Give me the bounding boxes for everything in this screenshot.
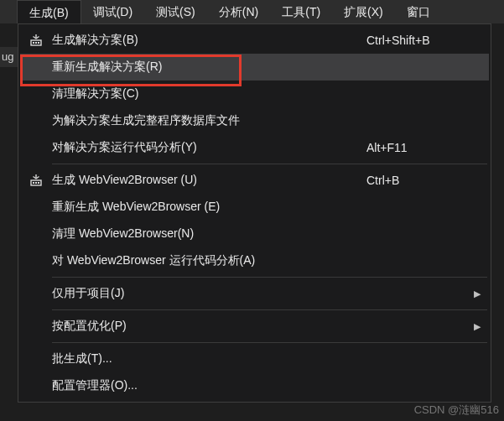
- menu-separator: [52, 342, 487, 343]
- menu-item-8[interactable]: 清理 WebView2Browser(N): [20, 221, 489, 247]
- menu-item-4[interactable]: 对解决方案运行代码分析(Y)Alt+F11: [20, 134, 489, 161]
- menubar-item-3[interactable]: 分析(N): [207, 0, 270, 23]
- svg-rect-2: [35, 42, 37, 44]
- menu-item-label: 生成 WebView2Browser (U): [49, 173, 366, 188]
- watermark-text: CSDN @涟幽516: [414, 403, 499, 418]
- menu-item-label: 配置管理器(O)...: [49, 378, 366, 393]
- left-fragment-text: ug: [0, 47, 18, 67]
- menubar: 生成(B)调试(D)测试(S)分析(N)工具(T)扩展(X)窗口: [0, 0, 504, 23]
- menu-item-1[interactable]: 重新生成解决方案(R): [20, 54, 489, 81]
- build-icon: [23, 174, 49, 187]
- menu-separator: [52, 309, 487, 310]
- svg-rect-3: [38, 42, 39, 44]
- menu-item-label: 重新生成 WebView2Browser (E): [49, 200, 366, 215]
- menu-item-16[interactable]: 配置管理器(O)...: [20, 372, 489, 399]
- svg-rect-7: [38, 182, 39, 184]
- build-menu-dropdown: 生成解决方案(B)Ctrl+Shift+B重新生成解决方案(R)清理解决方案(C…: [18, 23, 491, 403]
- menu-item-label: 清理解决方案(C): [49, 86, 366, 101]
- menu-item-label: 对解决方案运行代码分析(Y): [49, 140, 366, 155]
- menu-item-label: 批生成(T)...: [49, 351, 366, 366]
- menu-item-9[interactable]: 对 WebView2Browser 运行代码分析(A): [20, 247, 489, 274]
- menu-item-label: 清理 WebView2Browser(N): [49, 226, 366, 242]
- menu-item-label: 对 WebView2Browser 运行代码分析(A): [49, 253, 366, 268]
- menu-item-label: 按配置优化(P): [49, 319, 366, 334]
- menu-item-0[interactable]: 生成解决方案(B)Ctrl+Shift+B: [20, 27, 489, 54]
- menu-item-shortcut: Ctrl+B: [366, 174, 467, 187]
- menu-item-3[interactable]: 为解决方案生成完整程序数据库文件: [20, 107, 489, 134]
- menu-item-15[interactable]: 批生成(T)...: [20, 346, 489, 372]
- build-icon: [23, 34, 49, 47]
- menubar-item-5[interactable]: 扩展(X): [332, 0, 395, 23]
- svg-rect-5: [33, 182, 34, 184]
- submenu-arrow-icon: ▶: [467, 288, 481, 299]
- menu-separator: [52, 277, 487, 278]
- menu-separator: [52, 164, 487, 164]
- menu-item-shortcut: Ctrl+Shift+B: [366, 34, 467, 47]
- submenu-arrow-icon: ▶: [467, 321, 481, 332]
- menu-item-label: 重新生成解决方案(R): [49, 60, 366, 75]
- menu-item-2[interactable]: 清理解决方案(C): [20, 81, 489, 107]
- menu-item-7[interactable]: 重新生成 WebView2Browser (E): [20, 194, 489, 221]
- svg-rect-1: [33, 42, 34, 44]
- menubar-item-4[interactable]: 工具(T): [270, 0, 332, 23]
- menubar-item-1[interactable]: 调试(D): [81, 0, 144, 23]
- menu-item-label: 为解决方案生成完整程序数据库文件: [49, 113, 366, 128]
- menu-item-label: 仅用于项目(J): [49, 286, 366, 301]
- svg-rect-6: [35, 182, 37, 184]
- menu-item-shortcut: Alt+F11: [366, 141, 467, 154]
- menu-item-11[interactable]: 仅用于项目(J)▶: [20, 280, 489, 307]
- menu-item-label: 生成解决方案(B): [49, 33, 366, 48]
- menubar-item-2[interactable]: 测试(S): [144, 0, 207, 23]
- menubar-item-0[interactable]: 生成(B): [17, 0, 81, 23]
- menu-item-13[interactable]: 按配置优化(P)▶: [20, 313, 489, 340]
- menubar-item-6[interactable]: 窗口: [395, 0, 442, 23]
- menu-item-6[interactable]: 生成 WebView2Browser (U)Ctrl+B: [20, 167, 489, 194]
